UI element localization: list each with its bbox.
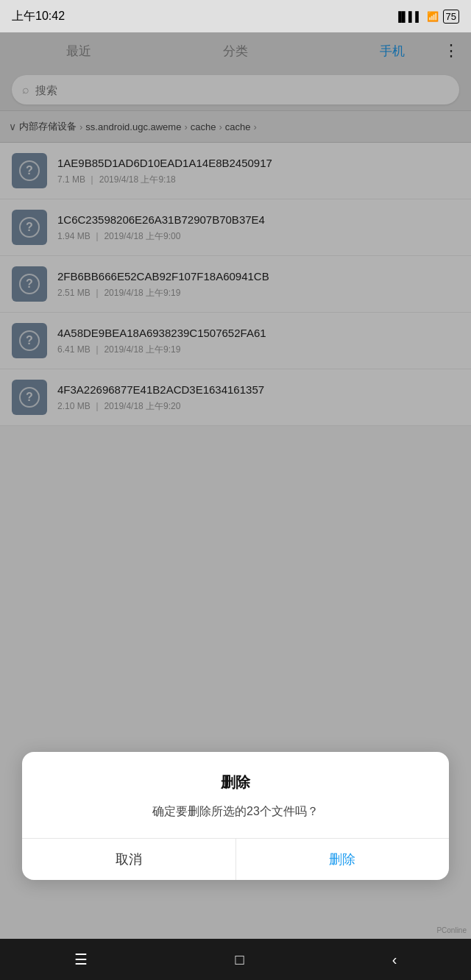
bottom-nav: ☰ □ ‹ bbox=[0, 939, 471, 980]
dialog-message: 确定要删除所选的23个文件吗？ bbox=[40, 803, 431, 820]
status-bar: 上午10:42 ▐▌▌▌ 📶 75 bbox=[0, 0, 471, 32]
dialog-actions: 取消 删除 bbox=[22, 839, 449, 880]
battery-indicator: 75 bbox=[443, 10, 459, 24]
dialog-overlay: 删除 确定要删除所选的23个文件吗？ 取消 删除 bbox=[0, 32, 471, 939]
confirm-delete-button[interactable]: 删除 bbox=[236, 839, 450, 880]
signal-icon: ▐▌▌▌ bbox=[395, 11, 422, 22]
dialog-body: 删除 确定要删除所选的23个文件吗？ bbox=[22, 752, 449, 835]
watermark: PConline bbox=[436, 926, 467, 934]
delete-dialog: 删除 确定要删除所选的23个文件吗？ 取消 删除 bbox=[22, 752, 449, 880]
cancel-button[interactable]: 取消 bbox=[22, 839, 236, 880]
home-button[interactable]: □ bbox=[218, 944, 262, 976]
content-area: 最近 分类 手机 ⋮ ⌕ ∨ 内部存储设备 › ss.android.ugc.a… bbox=[0, 32, 471, 939]
wifi-icon: 📶 bbox=[427, 11, 439, 22]
status-icons: ▐▌▌▌ 📶 75 bbox=[395, 10, 459, 24]
back-button[interactable]: ‹ bbox=[375, 944, 415, 976]
status-time: 上午10:42 bbox=[12, 9, 65, 24]
dialog-title: 删除 bbox=[40, 773, 431, 792]
menu-button[interactable]: ☰ bbox=[57, 943, 105, 976]
